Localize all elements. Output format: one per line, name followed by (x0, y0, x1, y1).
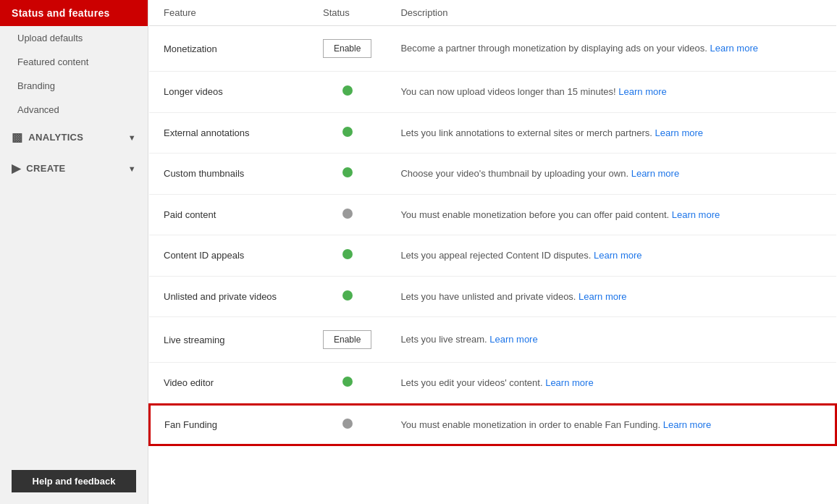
create-chevron-icon: ▼ (128, 164, 136, 173)
sidebar-active-item[interactable]: Status and features (0, 0, 148, 26)
feature-name: Custom thumbnails (149, 154, 308, 195)
description-text: You can now upload videos longer than 15… (400, 86, 618, 97)
feature-name: Longer videos (149, 72, 308, 113)
feature-name: Live streaming (149, 317, 308, 363)
description-text: You must enable monetization in order to… (400, 419, 663, 430)
feature-status (308, 154, 386, 195)
feature-name: Paid content (149, 194, 308, 235)
table-row: Video editorLets you edit your videos' c… (149, 363, 836, 404)
table-row: MonetizationEnableBecome a partner throu… (149, 26, 836, 72)
feature-status: Enable (308, 26, 386, 72)
status-dot-green (342, 377, 353, 387)
feature-name: Video editor (149, 363, 308, 404)
feature-status (308, 276, 386, 317)
feature-description: Lets you live stream. Learn more (386, 317, 836, 363)
feature-status (308, 112, 386, 154)
sidebar-item-upload-defaults[interactable]: Upload defaults (0, 26, 148, 50)
table-row: Content ID appealsLets you appeal reject… (149, 235, 836, 277)
sidebar-section-analytics[interactable]: ▩ ANALYTICS ▼ (0, 122, 148, 153)
sidebar-active-label: Status and features (12, 7, 110, 19)
learn-more-link[interactable]: Learn more (672, 209, 720, 220)
col-header-description: Description (386, 0, 836, 26)
sidebar-section-create[interactable]: ▶ CREATE ▼ (0, 153, 148, 184)
status-dot-green (342, 249, 353, 259)
analytics-icon: ▩ (12, 130, 22, 144)
learn-more-link[interactable]: Learn more (710, 43, 757, 54)
description-text: Lets you link annotations to external si… (400, 127, 655, 138)
feature-description: Become a partner through monetization by… (386, 26, 836, 72)
status-dot-gray (342, 209, 353, 219)
feature-description: You must enable monetization before you … (386, 194, 836, 235)
table-row: Longer videosYou can now upload videos l… (149, 72, 836, 113)
features-table: Feature Status Description MonetizationE… (148, 0, 837, 446)
main-content: Feature Status Description MonetizationE… (148, 0, 837, 504)
learn-more-link[interactable]: Learn more (655, 127, 703, 138)
description-text: Choose your video's thumbnail by uploadi… (400, 168, 631, 179)
table-row: Paid contentYou must enable monetization… (149, 194, 836, 235)
table-row: Unlisted and private videosLets you have… (149, 276, 836, 317)
feature-status (308, 194, 386, 235)
learn-more-link[interactable]: Learn more (489, 334, 537, 345)
learn-more-link[interactable]: Learn more (545, 377, 593, 388)
feature-description: You must enable monetization in order to… (386, 404, 836, 446)
feature-name: External annotations (149, 112, 308, 154)
create-icon: ▶ (12, 161, 20, 175)
description-text: Become a partner through monetization by… (400, 43, 710, 54)
col-header-feature: Feature (149, 0, 308, 26)
learn-more-link[interactable]: Learn more (618, 86, 666, 97)
feature-name: Content ID appeals (149, 235, 308, 277)
description-text: Lets you have unlisted and private video… (400, 291, 579, 302)
status-dot-gray (342, 419, 353, 429)
analytics-label: ANALYTICS (28, 132, 83, 143)
learn-more-link[interactable]: Learn more (663, 419, 711, 430)
help-feedback-button[interactable]: Help and feedback (12, 470, 136, 492)
learn-more-link[interactable]: Learn more (631, 168, 679, 179)
learn-more-link[interactable]: Learn more (594, 250, 642, 261)
feature-description: Lets you have unlisted and private video… (386, 276, 836, 317)
sidebar-item-branding[interactable]: Branding (0, 74, 148, 98)
description-text: Lets you live stream. (400, 334, 489, 345)
feature-status: Enable (308, 317, 386, 363)
table-row: Fan FundingYou must enable monetization … (149, 404, 836, 446)
analytics-chevron-icon: ▼ (128, 133, 136, 142)
feature-status (308, 363, 386, 404)
sidebar-item-featured-content[interactable]: Featured content (0, 50, 148, 74)
sidebar: Status and features Upload defaults Feat… (0, 0, 148, 504)
enable-button[interactable]: Enable (323, 330, 371, 349)
feature-name: Fan Funding (149, 404, 308, 446)
table-row: Live streamingEnableLets you live stream… (149, 317, 836, 363)
feature-description: Lets you appeal rejected Content ID disp… (386, 235, 836, 277)
table-row: External annotationsLets you link annota… (149, 112, 836, 154)
description-text: Lets you edit your videos' content. (400, 377, 545, 388)
description-text: Lets you appeal rejected Content ID disp… (400, 250, 594, 261)
sidebar-sub-items: Upload defaults Featured content Brandin… (0, 26, 148, 122)
enable-button[interactable]: Enable (323, 39, 371, 58)
feature-name: Monetization (149, 26, 308, 72)
feature-status (308, 404, 386, 446)
sidebar-item-advanced[interactable]: Advanced (0, 98, 148, 122)
feature-description: Lets you edit your videos' content. Lear… (386, 363, 836, 404)
status-dot-green (342, 127, 353, 137)
status-dot-green (342, 290, 353, 301)
description-text: You must enable monetization before you … (400, 209, 671, 220)
col-header-status: Status (308, 0, 386, 26)
table-row: Custom thumbnailsChoose your video's thu… (149, 154, 836, 195)
feature-description: Lets you link annotations to external si… (386, 112, 836, 154)
learn-more-link[interactable]: Learn more (579, 291, 626, 302)
status-dot-green (342, 85, 353, 96)
feature-description: Choose your video's thumbnail by uploadi… (386, 154, 836, 195)
feature-status (308, 72, 386, 113)
feature-name: Unlisted and private videos (149, 276, 308, 317)
status-dot-green (342, 167, 353, 177)
feature-status (308, 235, 386, 277)
create-label: CREATE (26, 163, 65, 174)
feature-description: You can now upload videos longer than 15… (386, 72, 836, 113)
